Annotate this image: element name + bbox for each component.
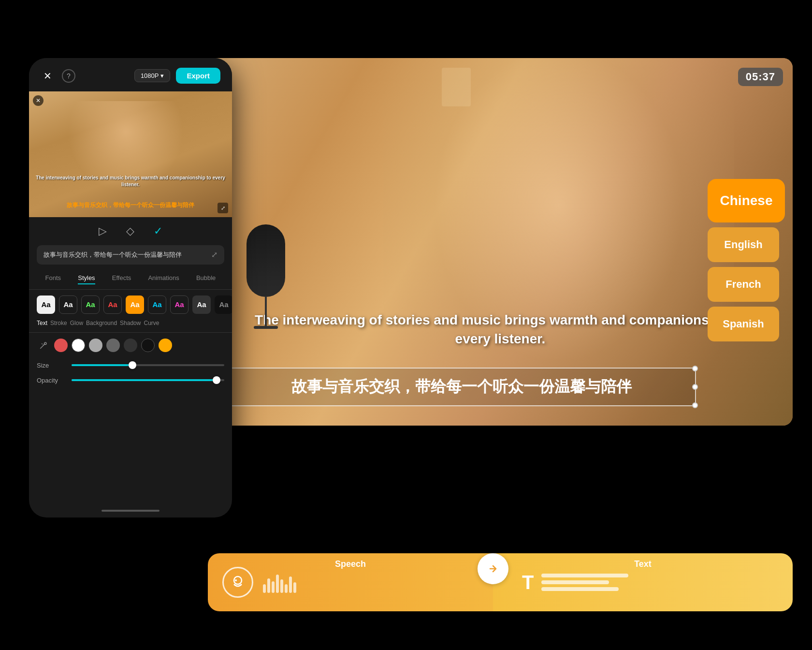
style-sample-6[interactable]: Aa — [170, 295, 188, 314]
style-sample-0[interactable]: Aa — [37, 295, 55, 314]
style-sample-3[interactable]: Aa — [103, 295, 122, 314]
main-video-area: 05:37 The interweaving of stories and mu… — [208, 58, 793, 426]
opacity-slider[interactable] — [72, 379, 224, 381]
style-sample-4-selected[interactable]: Aa — [126, 295, 144, 314]
phone-subtitle-english: The interweaving of stories and music br… — [34, 175, 227, 188]
resolution-dropdown[interactable]: 1080P ▾ — [134, 69, 171, 82]
prop-tab-curve[interactable]: Curve — [144, 320, 159, 326]
phone-header-left: ✕ ? — [41, 69, 75, 83]
phone-panel: ✕ ? 1080P ▾ Export The interweaving of s… — [29, 58, 232, 517]
tab-fonts[interactable]: Fonts — [45, 272, 61, 284]
color-swatch-white[interactable] — [72, 339, 85, 352]
size-slider-row: Size — [29, 358, 232, 373]
style-sample-8[interactable]: Aa — [215, 295, 232, 314]
arrow-circle[interactable] — [478, 553, 508, 584]
tab-animations[interactable]: Animations — [148, 272, 179, 284]
color-swatch-lightgray[interactable] — [89, 339, 102, 352]
phone-text-content: 故事与音乐交织，带给每一个听众一份温馨与陪伴 — [44, 250, 207, 260]
close-button[interactable]: ✕ — [41, 69, 54, 83]
export-button[interactable]: Export — [176, 68, 220, 84]
color-swatch-black[interactable] — [141, 339, 155, 352]
phone-tabs: Fonts Styles Effects Animations Bubble — [29, 270, 232, 290]
phone-subtitle-chinese: 故事与音乐交织，带给每一个听众一份温馨与陪伴 — [34, 201, 227, 209]
phone-text-box[interactable]: 故事与音乐交织，带给每一个听众一份温馨与陪伴 ⤢ — [37, 245, 224, 265]
speech-icon — [222, 567, 253, 598]
prop-tab-background[interactable]: Background — [86, 320, 117, 326]
video-subtitle-chinese-text: 故事与音乐交织，带给每一个听众一份温馨与陪伴 — [240, 376, 683, 398]
play-button[interactable]: ▷ — [99, 225, 107, 237]
phone-video-close-button[interactable]: ✕ — [33, 95, 44, 106]
handle-top-right[interactable] — [692, 366, 698, 371]
lang-button-spanish[interactable]: Spanish — [708, 307, 779, 341]
phone-video-background — [29, 91, 232, 217]
tab-effects[interactable]: Effects — [112, 272, 131, 284]
phone-header: ✕ ? 1080P ▾ Export — [29, 58, 232, 91]
text-lines — [541, 574, 628, 591]
speech-bars — [263, 572, 296, 593]
handle-middle-right[interactable] — [692, 384, 698, 390]
speech-label: Speech — [335, 559, 366, 569]
svg-point-2 — [235, 579, 237, 581]
video-subtitle-chinese-box[interactable]: 故事与音乐交织，带给每一个听众一份温馨与陪伴 — [227, 368, 696, 406]
opacity-slider-row: Opacity — [29, 373, 232, 388]
prop-tab-glow[interactable]: Glow — [70, 320, 83, 326]
prop-tab-shadow[interactable]: Shadow — [120, 320, 141, 326]
svg-point-0 — [44, 342, 47, 345]
language-panel: Chinese English French Spanish — [708, 179, 785, 341]
text-T-icon: T — [522, 572, 534, 593]
diamond-button[interactable]: ◇ — [126, 225, 134, 237]
phone-controls: ▷ ◇ ✓ — [29, 217, 232, 245]
opacity-label: Opacity — [37, 377, 66, 384]
prop-tab-text[interactable]: Text — [37, 320, 47, 326]
color-picker-icon[interactable] — [37, 339, 50, 352]
color-swatch-row — [29, 333, 232, 358]
lang-button-french[interactable]: French — [708, 267, 779, 302]
size-slider[interactable] — [72, 364, 224, 366]
color-swatch-orange[interactable] — [159, 339, 172, 352]
style-samples-row: Aa Aa Aa Aa Aa Aa Aa Aa Aa — [29, 290, 232, 320]
phone-bottom-bar — [102, 510, 160, 512]
lang-button-english[interactable]: English — [708, 227, 779, 262]
confirm-button[interactable]: ✓ — [154, 225, 162, 237]
feature-speech[interactable]: Speech — [208, 553, 493, 611]
color-swatch-gray[interactable] — [106, 339, 120, 352]
help-button[interactable]: ? — [62, 69, 75, 83]
prop-tab-stroke[interactable]: Stroke — [50, 320, 67, 326]
color-swatch-red[interactable] — [54, 339, 68, 352]
text-label: Text — [634, 559, 652, 569]
feature-strip: Speech Text T — [208, 553, 793, 611]
phone-video-preview: The interweaving of stories and music br… — [29, 91, 232, 217]
style-sample-7[interactable]: Aa — [192, 295, 211, 314]
expand-icon[interactable]: ⤢ — [211, 250, 218, 259]
video-timer: 05:37 — [738, 68, 783, 86]
tab-styles[interactable]: Styles — [78, 272, 95, 284]
handle-bottom-right[interactable] — [692, 402, 698, 408]
style-sample-2[interactable]: Aa — [81, 295, 100, 314]
microphone-decoration — [246, 224, 285, 329]
lang-button-chinese[interactable]: Chinese — [708, 179, 785, 222]
phone-video-expand-button[interactable]: ⤢ — [218, 203, 228, 213]
feature-text[interactable]: Text T — [493, 553, 793, 611]
style-sample-5[interactable]: Aa — [148, 295, 166, 314]
style-sample-1[interactable]: Aa — [59, 295, 77, 314]
size-label: Size — [37, 362, 66, 369]
text-property-tabs: Text Stroke Glow Background Shadow Curve — [29, 320, 232, 333]
tab-bubble[interactable]: Bubble — [196, 272, 216, 284]
video-subtitle-english: The interweaving of stories and music br… — [208, 310, 793, 348]
color-swatch-darkgray[interactable] — [124, 339, 137, 352]
